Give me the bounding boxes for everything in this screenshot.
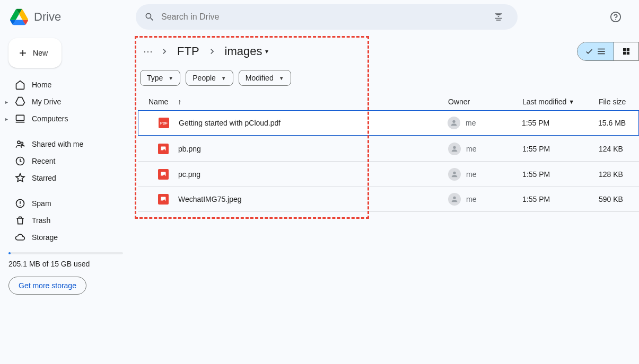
sidebar-item-storage[interactable]: Storage <box>8 229 123 246</box>
avatar <box>448 143 461 155</box>
filter-label: Modified <box>246 74 274 82</box>
sidebar-item-mydrive[interactable]: ▸ My Drive <box>8 93 123 110</box>
search-input[interactable] <box>161 12 482 22</box>
arrow-up-icon: ↑ <box>178 97 181 106</box>
svg-point-7 <box>452 120 455 123</box>
filter-modified[interactable]: Modified▼ <box>239 70 291 86</box>
breadcrumb-parent-label: FTP <box>177 45 199 58</box>
search-options-icon[interactable] <box>488 6 509 28</box>
breadcrumb-current[interactable]: images ▾ <box>220 42 274 60</box>
header-right <box>605 6 631 28</box>
table-header: Name ↑ Owner Last modified ▼ File size <box>138 93 639 110</box>
file-size: 590 KB <box>599 195 637 203</box>
drive-logo-icon <box>8 6 30 28</box>
column-owner[interactable]: Owner <box>448 97 522 106</box>
column-name[interactable]: Name ↑ <box>148 97 448 106</box>
help-icon[interactable] <box>605 6 626 28</box>
breadcrumb: ⋯ FTP images ▾ <box>138 38 276 65</box>
star-icon <box>15 173 25 183</box>
sidebar-item-label: Spam <box>32 199 51 208</box>
sidebar-item-label: Computers <box>32 114 68 123</box>
drive-icon <box>15 96 25 107</box>
svg-point-1 <box>615 19 616 20</box>
file-size: 128 KB <box>599 170 637 179</box>
computers-icon <box>15 113 25 124</box>
search-bar[interactable] <box>136 4 518 30</box>
new-button-label: New <box>33 49 48 57</box>
chevron-down-icon: ▼ <box>168 75 173 81</box>
file-modified: 1:55 PM <box>522 119 598 127</box>
file-row[interactable]: WechatIMG75.jpegme1:55 PM590 KB <box>138 187 639 212</box>
svg-point-9 <box>453 171 456 174</box>
chevron-right-icon: ▸ <box>5 99 8 105</box>
file-row[interactable]: pc.pngme1:55 PM128 KB <box>138 161 639 187</box>
avatar <box>448 193 461 206</box>
breadcrumb-parent[interactable]: FTP <box>172 42 205 60</box>
sidebar-item-recent[interactable]: Recent <box>8 153 123 170</box>
sidebar-item-computers[interactable]: ▸ Computers <box>8 110 123 127</box>
storage-bar <box>8 252 123 254</box>
column-modified[interactable]: Last modified ▼ <box>522 97 599 106</box>
new-button[interactable]: + New <box>8 38 62 68</box>
plus-icon: + <box>19 46 27 60</box>
chevron-right-icon: ▸ <box>5 116 8 122</box>
filter-label: People <box>192 74 216 82</box>
file-owner: me <box>448 168 522 181</box>
sidebar-item-spam[interactable]: Spam <box>8 195 123 212</box>
file-size: 124 KB <box>599 145 637 153</box>
sidebar-item-label: Recent <box>32 157 55 165</box>
chevron-down-icon: ▼ <box>221 75 226 81</box>
filter-people[interactable]: People▼ <box>186 70 233 86</box>
sidebar-item-label: My Drive <box>32 97 61 106</box>
avatar <box>448 168 461 181</box>
column-modified-label: Last modified <box>522 97 566 106</box>
avatar <box>448 117 460 129</box>
sidebar-item-label: Trash <box>32 216 50 225</box>
chevron-down-icon: ▾ <box>265 48 268 55</box>
filter-row: Type▼ People▼ Modified▼ <box>138 65 639 93</box>
file-row[interactable]: PDFGetting started with pCloud.pdfme1:55… <box>138 110 639 136</box>
sidebar-item-label: Home <box>32 81 51 89</box>
file-name: pc.png <box>178 170 448 179</box>
sidebar-item-trash[interactable]: Trash <box>8 212 123 229</box>
sidebar-item-shared[interactable]: Shared with me <box>8 136 123 153</box>
sidebar-item-label: Storage <box>32 233 58 242</box>
svg-rect-2 <box>16 115 24 120</box>
file-name: pb.png <box>178 145 448 153</box>
list-view-button[interactable] <box>577 42 614 60</box>
file-owner: me <box>448 143 522 155</box>
file-modified: 1:55 PM <box>522 170 599 179</box>
chevron-right-icon <box>207 46 217 57</box>
chevron-right-icon <box>159 46 170 57</box>
chevron-down-icon: ▼ <box>279 75 284 81</box>
toolbar-row: ⋯ FTP images ▾ <box>138 38 639 65</box>
logo-area[interactable]: Drive <box>8 6 132 28</box>
sidebar-item-home[interactable]: Home <box>8 76 123 93</box>
sidebar-item-starred[interactable]: Starred <box>8 170 123 187</box>
list-icon <box>597 47 606 56</box>
get-storage-button[interactable]: Get more storage <box>8 277 86 295</box>
file-owner: me <box>448 193 522 206</box>
filter-type[interactable]: Type▼ <box>140 70 180 86</box>
file-name: WechatIMG75.jpeg <box>178 195 448 203</box>
svg-point-10 <box>453 197 456 199</box>
file-modified: 1:55 PM <box>522 195 599 203</box>
main-content: ⋯ FTP images ▾ Type▼ Pe <box>132 34 639 364</box>
svg-point-4 <box>21 142 23 144</box>
shared-icon <box>15 139 25 149</box>
file-row[interactable]: pb.pngme1:55 PM124 KB <box>138 136 639 161</box>
sidebar-item-label: Shared with me <box>32 140 83 148</box>
file-owner: me <box>448 117 522 129</box>
trash-icon <box>15 215 25 226</box>
sidebar-item-label: Starred <box>32 174 56 182</box>
cloud-icon <box>15 232 25 243</box>
body-area: + New Home ▸ My Drive ▸ Computers Shared… <box>0 34 639 364</box>
column-size[interactable]: File size <box>599 97 637 106</box>
grid-view-button[interactable] <box>614 42 638 60</box>
breadcrumb-more-icon[interactable]: ⋯ <box>140 43 157 60</box>
breadcrumb-current-label: images <box>225 45 262 58</box>
pdf-icon: PDF <box>159 118 169 128</box>
svg-point-3 <box>17 141 20 144</box>
file-list: PDFGetting started with pCloud.pdfme1:55… <box>138 110 639 212</box>
file-modified: 1:55 PM <box>522 145 599 153</box>
